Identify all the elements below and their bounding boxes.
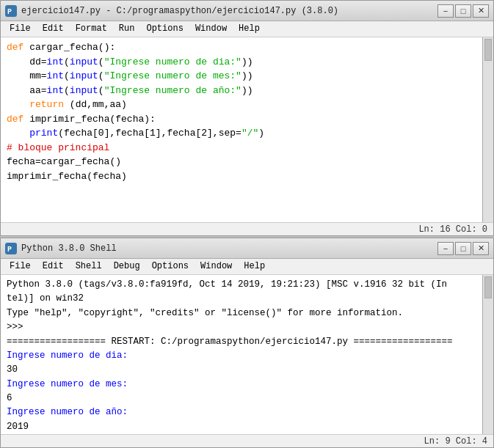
shell-scrollbar-thumb[interactable] [484, 276, 492, 298]
code-display: def cargar_fecha(): dd=int(input("Ingres… [1, 37, 493, 186]
shell-minimize-button[interactable]: − [437, 242, 454, 255]
shell-titlebar: P Python 3.8.0 Shell − □ ✕ [1, 238, 493, 259]
menu-window[interactable]: Window [189, 23, 233, 35]
shell-line: 2019 [7, 420, 487, 434]
shell-menu-edit[interactable]: Edit [37, 260, 70, 273]
shell-content: Python 3.8.0 (tags/v3.8.0:fa919fd, Oct 1… [1, 275, 493, 434]
shell-line: Ingrese numero de dia: [7, 349, 487, 363]
code-line: print(fecha[0],fecha[1],fecha[2],sep="/"… [7, 126, 487, 141]
shell-menu-file[interactable]: File [4, 260, 37, 273]
editor-menubar: File Edit Format Run Options Window Help [1, 21, 493, 37]
minimize-button[interactable]: − [437, 4, 454, 18]
editor-title: ejercicio147.py - C:/programaspython/eje… [21, 6, 338, 16]
scrollbar-thumb[interactable] [484, 39, 492, 61]
menu-run[interactable]: Run [113, 23, 141, 35]
python-icon: P [5, 5, 17, 17]
shell-output-area[interactable]: Python 3.8.0 (tags/v3.8.0:fa919fd, Oct 1… [1, 275, 493, 434]
shell-python-icon: P [5, 243, 17, 254]
shell-scrollbar[interactable] [482, 275, 493, 434]
shell-menu-help[interactable]: Help [238, 260, 271, 273]
editor-code-area[interactable]: def cargar_fecha(): dd=int(input("Ingres… [1, 37, 493, 222]
shell-menu-window[interactable]: Window [195, 260, 238, 273]
maximize-button[interactable]: □ [455, 4, 471, 18]
svg-text:P: P [7, 8, 12, 16]
shell-menu-debug[interactable]: Debug [108, 260, 146, 273]
editor-titlebar: P ejercicio147.py - C:/programaspython/e… [1, 1, 493, 21]
code-line: aa=int(input("Ingrese numero de año:")) [7, 84, 487, 98]
shell-menubar: File Edit Shell Debug Options Window Hel… [1, 259, 493, 275]
shell-maximize-button[interactable]: □ [455, 242, 471, 255]
shell-line: ================== RESTART: C:/programas… [7, 335, 487, 349]
menu-options[interactable]: Options [140, 23, 189, 35]
shell-status: Ln: 9 Col: 4 [424, 436, 487, 447]
menu-edit[interactable]: Edit [37, 23, 70, 35]
code-line: return (dd,mm,aa) [7, 98, 487, 112]
shell-line: 30 [7, 363, 487, 377]
shell-menu-shell[interactable]: Shell [70, 260, 108, 273]
shell-line: Ingrese numero de año: [7, 405, 487, 419]
shell-line: Ingrese numero de mes: [7, 378, 487, 392]
menu-file[interactable]: File [4, 23, 37, 35]
editor-window: P ejercicio147.py - C:/programaspython/e… [0, 0, 494, 236]
shell-window: P Python 3.8.0 Shell − □ ✕ File Edit She… [0, 238, 494, 448]
shell-line: Python 3.8.0 (tags/v3.8.0:fa919fd, Oct 1… [7, 278, 487, 292]
shell-close-button[interactable]: ✕ [473, 242, 489, 255]
shell-line: tel)] on win32 [7, 292, 487, 306]
editor-status: Ln: 16 Col: 0 [418, 224, 487, 235]
menu-format[interactable]: Format [70, 23, 113, 35]
code-line: # bloque principal [7, 141, 487, 155]
shell-statusbar: Ln: 9 Col: 4 [1, 434, 493, 447]
shell-line: 6 [7, 392, 487, 405]
shell-menu-options[interactable]: Options [146, 260, 195, 273]
svg-text:P: P [7, 246, 12, 254]
code-line: def cargar_fecha(): [7, 40, 487, 55]
code-line: mm=int(input("Ingrese numero de mes:")) [7, 69, 487, 84]
editor-statusbar: Ln: 16 Col: 0 [1, 222, 493, 235]
code-line: imprimir_fecha(fecha) [7, 169, 487, 184]
code-line: def imprimir_fecha(fecha): [7, 112, 487, 127]
code-line: dd=int(input("Ingrese numero de dia:")) [7, 55, 487, 70]
editor-scrollbar[interactable] [482, 37, 493, 222]
shell-line: Type "help", "copyright", "credits" or "… [7, 306, 487, 320]
shell-title: Python 3.8.0 Shell [21, 243, 117, 254]
code-line: fecha=cargar_fecha() [7, 155, 487, 169]
close-button[interactable]: ✕ [473, 4, 489, 18]
shell-line: >>> [7, 320, 487, 334]
menu-help[interactable]: Help [233, 23, 266, 35]
